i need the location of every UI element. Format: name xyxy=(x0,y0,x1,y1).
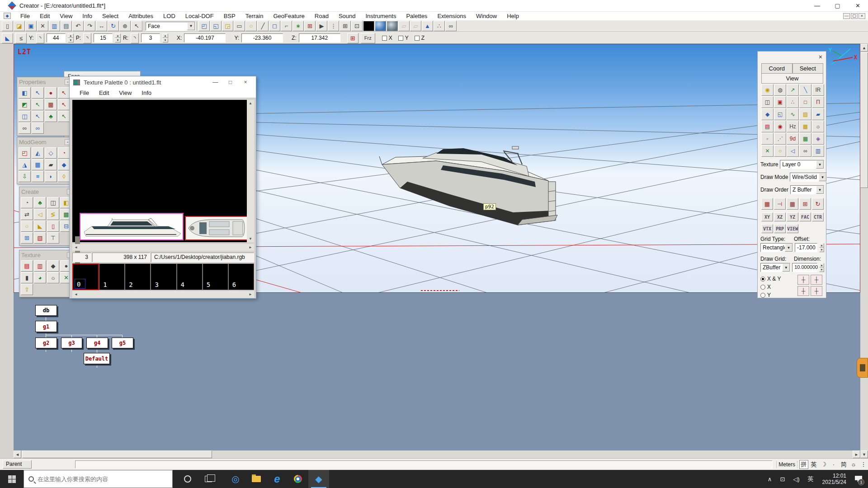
taskbar-app-compass[interactable]: ◎ xyxy=(225,470,246,488)
texture-slot[interactable]: 4 xyxy=(177,263,203,290)
pick-texture-icon[interactable]: ↖ xyxy=(58,99,70,110)
draw-grid-dropdown[interactable]: ZBuffer ▼ xyxy=(760,263,790,272)
grid-quad-icon[interactable]: ┼ xyxy=(811,275,822,285)
palette-menu-view[interactable]: View xyxy=(114,89,137,96)
clock[interactable]: 12:01 2021/5/24 xyxy=(819,473,850,485)
menu-info[interactable]: Info xyxy=(77,12,97,20)
wireframe-icon[interactable]: ◫ xyxy=(761,96,774,108)
wire-shade-icon[interactable]: ▱ xyxy=(410,21,421,31)
grid-rotate-icon[interactable]: ↻ xyxy=(812,198,824,210)
slots-horizontal-scrollbar[interactable]: ◄ ► xyxy=(72,291,254,298)
mdi-close-button[interactable]: × xyxy=(859,13,865,19)
infrared-button[interactable]: IR xyxy=(812,84,824,96)
map-cube-icon[interactable]: ◆ xyxy=(47,260,59,272)
vertical-scrollbar[interactable]: ▲ ▼ xyxy=(860,44,868,458)
flat-shade-icon[interactable]: ▱ xyxy=(398,21,410,31)
scroll-right-arrow[interactable]: ► xyxy=(247,291,254,298)
hatch-icon[interactable]: ▨ xyxy=(799,108,811,120)
angle-constraint-icon[interactable]: ≤ xyxy=(15,33,27,43)
modgeom-panel[interactable]: ModGeom × ◰◭◇◔◮▦▰◆⇩≡◗◊ xyxy=(17,137,73,184)
grid-new-icon[interactable]: ▦ xyxy=(787,198,798,210)
pick-attributes-icon[interactable]: ∞ xyxy=(32,122,44,134)
palette-minimize-button[interactable]: — xyxy=(208,79,222,85)
zoom-icon[interactable]: ⊕ xyxy=(119,21,131,31)
pick-color-icon[interactable]: ↖ xyxy=(32,87,44,99)
offset-spinner[interactable]: ▲▼ xyxy=(819,243,824,252)
wedge-icon[interactable]: ◭ xyxy=(32,147,44,159)
line-tool-icon[interactable]: ╱ xyxy=(257,21,269,31)
roll-spinner[interactable]: ▲▼ xyxy=(162,33,168,42)
maximize-button[interactable]: ▢ xyxy=(827,0,848,11)
lightbulb-icon[interactable]: ○ xyxy=(774,145,786,157)
grid-type-dropdown[interactable]: Rectangle ▼ xyxy=(760,243,793,252)
preview-horizontal-scrollbar[interactable]: ◄ ► xyxy=(72,244,254,251)
grid-quad-icon[interactable]: ┼ xyxy=(797,275,809,285)
terrain-icon[interactable]: ▲ xyxy=(422,21,433,31)
new-file-icon[interactable]: ▯ xyxy=(2,21,13,31)
preview-vertical-scrollbar[interactable]: ▲ ▼ xyxy=(247,100,254,242)
bounding-box-icon[interactable]: □ xyxy=(799,96,811,108)
paint-texture-icon[interactable]: ◕ xyxy=(34,272,46,283)
scroll-down-arrow[interactable]: ▼ xyxy=(860,450,868,458)
chevron-down-icon[interactable]: ▼ xyxy=(187,22,195,30)
palette-menu-info[interactable]: Info xyxy=(137,89,156,96)
panel-close-button[interactable]: × xyxy=(819,53,822,61)
create-flag-icon[interactable]: ◣ xyxy=(34,221,46,232)
gear-icon[interactable]: ☼ xyxy=(849,460,858,469)
xyz-plane-icon[interactable]: ⊞ xyxy=(340,21,351,31)
texture-slot[interactable]: 3 xyxy=(151,263,176,290)
horizontal-scrollbar[interactable]: ◄ ► xyxy=(14,450,860,458)
create-bird-icon[interactable]: ◔ xyxy=(21,197,33,208)
texture-box-icon[interactable]: ◈ xyxy=(812,133,824,145)
menu-local-dof[interactable]: Local-DOF xyxy=(180,12,219,20)
texture-panel[interactable]: Texture × ▤▥◆●▮◕☼✕⇧ xyxy=(19,250,75,297)
pick-lightpoint-icon[interactable]: ↖ xyxy=(32,111,44,122)
create-sound-icon[interactable]: ◁ xyxy=(34,209,46,220)
cortana-button[interactable] xyxy=(177,470,198,488)
grid-arrow-icon[interactable]: ⊣ xyxy=(774,198,786,210)
reference-button[interactable]: PRP xyxy=(774,224,786,233)
select-face-icon[interactable]: ◰ xyxy=(198,21,210,31)
palette-menu-edit[interactable]: Edit xyxy=(94,89,114,96)
node-tag-label[interactable]: p92 xyxy=(483,203,496,210)
menu-lod[interactable]: LOD xyxy=(158,12,180,20)
draw-tool-icon[interactable]: ▶ xyxy=(316,21,327,31)
start-button[interactable] xyxy=(0,470,24,488)
create-antenna-icon[interactable]: ⊤ xyxy=(47,232,59,244)
tab-view[interactable]: View xyxy=(761,73,823,84)
roll-field[interactable]: 3 xyxy=(141,33,160,42)
x-field[interactable]: -40.197 xyxy=(184,33,226,42)
pick-ir-color-icon[interactable]: ↖ xyxy=(32,99,44,110)
parent-button[interactable]: Parent xyxy=(3,460,32,469)
menu-road[interactable]: Road xyxy=(310,12,334,20)
menu-sound[interactable]: Sound xyxy=(334,12,361,20)
apply-lightpoint-icon[interactable]: ◫ xyxy=(19,111,31,122)
palette-maximize-button[interactable]: □ xyxy=(224,79,237,85)
language-indicator[interactable]: 英 xyxy=(805,475,817,483)
sound-toggle-icon[interactable]: ◁ xyxy=(787,145,799,157)
scroll-up-arrow[interactable]: ▲ xyxy=(247,100,254,107)
replicate-grid-icon[interactable]: ▦ xyxy=(32,159,44,170)
properties-panel[interactable]: Properties × ◧↖●↖◩↖▦↖◫↖♣↖∞∞ xyxy=(17,77,73,136)
texture-slot[interactable]: 6 xyxy=(228,263,254,290)
boat-side-texture[interactable] xyxy=(80,213,184,240)
shaded-sphere-icon[interactable] xyxy=(375,21,386,31)
grid-quad-icon[interactable]: ┼ xyxy=(797,286,809,296)
lod-range-icon[interactable]: ◱ xyxy=(774,108,786,120)
radio-x[interactable] xyxy=(760,285,765,290)
hierarchy-node-g4[interactable]: g4 xyxy=(86,338,108,348)
task-view-button[interactable] xyxy=(198,470,219,488)
document-icon[interactable]: ◆ xyxy=(4,13,11,19)
hierarchy-node-g1[interactable]: g1 xyxy=(35,321,57,332)
yaw-field[interactable]: 44 xyxy=(47,33,66,42)
map-cylinder-icon[interactable]: ▮ xyxy=(21,272,33,283)
minimize-button[interactable]: — xyxy=(807,0,827,11)
yaw-dial-icon[interactable]: ◝ xyxy=(36,33,44,43)
dimension-field[interactable]: 10.000000 xyxy=(792,263,817,272)
scroll-down-arrow[interactable]: ▼ xyxy=(247,235,254,242)
create-photo-icon[interactable]: ▧ xyxy=(34,232,46,244)
select-object-icon[interactable]: ◱ xyxy=(210,21,222,31)
scroll-left-arrow[interactable]: ◄ xyxy=(72,244,80,251)
menu-view[interactable]: View xyxy=(55,12,77,20)
pick-dfad-icon[interactable]: ↖ xyxy=(58,111,70,122)
